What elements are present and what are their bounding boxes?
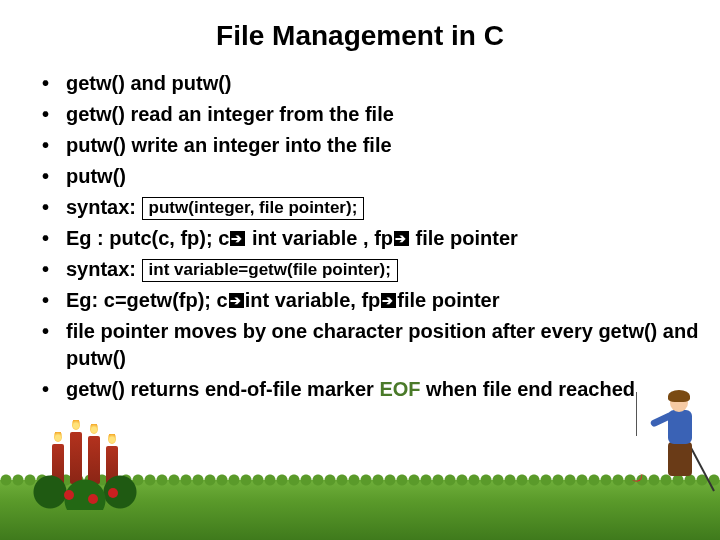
list-item: getw() read an integer from the file xyxy=(42,101,700,128)
syntax-box-putw: putw(integer, file pointer); xyxy=(142,197,365,220)
list-item: getw() and putw() xyxy=(42,70,700,97)
holly-icon xyxy=(30,470,140,510)
fisher-decoration xyxy=(642,388,702,498)
arrow-icon: ➔ xyxy=(381,293,396,308)
bullet-text: putw() xyxy=(66,165,126,187)
list-item: Eg : putc(c, fp); c➔ int variable , fp➔ … xyxy=(42,225,700,252)
bullet-text: getw() returns end-of-file marker xyxy=(66,378,379,400)
list-item: Eg: c=getw(fp); c➔int variable, fp➔file … xyxy=(42,287,700,314)
slide: File Management in C getw() and putw() g… xyxy=(0,0,720,540)
list-item: putw() write an integer into the file xyxy=(42,132,700,159)
candles-decoration xyxy=(30,430,140,510)
list-item: getw() returns end-of-file marker EOF wh… xyxy=(42,376,700,403)
bullet-text: getw() and putw() xyxy=(66,72,232,94)
fishing-line-icon xyxy=(636,392,637,436)
arrow-icon: ➔ xyxy=(230,231,245,246)
flame-icon xyxy=(72,418,80,430)
bullet-text: when file end reached xyxy=(421,378,636,400)
flame-icon xyxy=(54,430,62,442)
eof-keyword: EOF xyxy=(379,378,420,400)
person-hair-icon xyxy=(668,390,690,402)
syntax-box-getw: int variable=getw(file pointer); xyxy=(142,259,398,282)
syntax-label: syntax: xyxy=(66,258,142,280)
person-legs-icon xyxy=(668,442,692,476)
berry-icon xyxy=(64,490,74,500)
bullet-text: getw() read an integer from the file xyxy=(66,103,394,125)
hook-icon xyxy=(632,472,642,482)
example-text: int variable, fp xyxy=(245,289,381,311)
arrow-icon: ➔ xyxy=(394,231,409,246)
bullet-text: file pointer moves by one character posi… xyxy=(66,320,698,369)
arrow-icon: ➔ xyxy=(229,293,244,308)
bullet-list: getw() and putw() getw() read an integer… xyxy=(20,70,700,403)
list-item: syntax: putw(integer, file pointer); xyxy=(42,194,700,221)
slide-title: File Management in C xyxy=(20,20,700,52)
list-item: putw() xyxy=(42,163,700,190)
list-item: file pointer moves by one character posi… xyxy=(42,318,700,372)
syntax-label: syntax: xyxy=(66,196,142,218)
berry-icon xyxy=(108,488,118,498)
example-text: Eg : putc(c, fp); c xyxy=(66,227,229,249)
list-item: syntax: int variable=getw(file pointer); xyxy=(42,256,700,283)
example-text: file pointer xyxy=(397,289,499,311)
flame-icon xyxy=(108,432,116,444)
bullet-text: putw() write an integer into the file xyxy=(66,134,392,156)
flame-icon xyxy=(90,422,98,434)
example-text: file pointer xyxy=(410,227,518,249)
example-text: int variable , fp xyxy=(246,227,393,249)
berry-icon xyxy=(88,494,98,504)
example-text: Eg: c=getw(fp); c xyxy=(66,289,228,311)
